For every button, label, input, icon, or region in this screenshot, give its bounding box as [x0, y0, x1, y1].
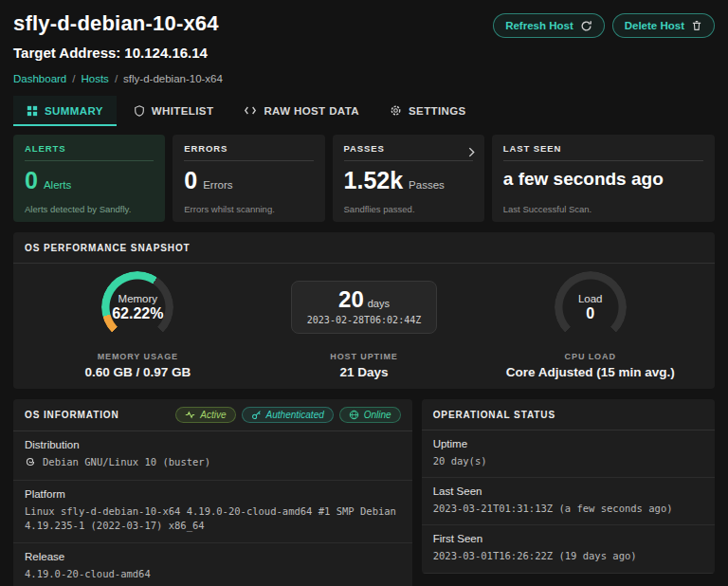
release-text: 4.19.0-20-cloud-amd64 — [25, 567, 151, 581]
tab-whitelist[interactable]: WHITELIST — [120, 96, 228, 126]
tab-summary-label: SUMMARY — [45, 105, 103, 117]
alerts-count: 0 — [25, 169, 38, 192]
memory-gauge-area: Memory 62.22% — [101, 269, 173, 345]
refresh-host-button[interactable]: Refresh Host — [493, 13, 605, 38]
uptime-label: Uptime — [433, 438, 703, 449]
last-seen-label: Last Seen — [433, 485, 703, 497]
alerts-card-caption: Alerts detected by Sandfly. — [25, 204, 154, 214]
uptime-days: 20 days — [338, 288, 390, 311]
last-seen-timestamp: 2023-03-21T01:31:13Z (a few seconds ago) — [433, 502, 703, 516]
tab-whitelist-label: WHITELIST — [152, 105, 214, 117]
distribution-text: Debian GNU/Linux 10 (buster) — [43, 455, 210, 469]
uptime-text: 20 day(s) — [433, 454, 487, 468]
operational-status-header: OPERATIONAL STATUS — [422, 399, 715, 430]
operational-status-title: OPERATIONAL STATUS — [433, 410, 555, 420]
breadcrumb-hosts-link[interactable]: Hosts — [81, 73, 108, 84]
host-uptime-detail: 21 Days — [339, 365, 388, 379]
errors-card-value: 0 Errors — [184, 169, 313, 192]
platform-field: Platform Linux sfly-d-debian-10-x64 4.19… — [13, 481, 412, 542]
breadcrumb-dashboard-link[interactable]: Dashboard — [13, 73, 66, 84]
distribution-value: Debian GNU/Linux 10 (buster) — [25, 455, 401, 471]
first-seen-text: 2023-03-01T16:26:22Z (19 days ago) — [433, 549, 637, 563]
distribution-field: Distribution Debian GNU/Linux 10 (buster… — [13, 431, 412, 481]
passes-card-value: 1.52k Passes — [344, 169, 473, 192]
host-uptime-column: 20 days 2023-02-28T06:02:44Z HOST UPTIME… — [251, 269, 478, 379]
memory-gauge-center: Memory 62.22% — [101, 271, 173, 343]
host-detail-page: sfly-d-debian-10-x64 Refresh Host Delete… — [0, 0, 728, 586]
uptime-box: 20 days 2023-02-28T06:02:44Z — [291, 281, 437, 334]
os-information-title: OS INFORMATION — [25, 410, 119, 420]
breadcrumb: Dashboard / Hosts / sfly-d-debian-10-x64 — [13, 73, 715, 84]
target-address-line: Target Address:10.124.16.14 — [13, 45, 715, 61]
uptime-value: 20 day(s) — [433, 454, 703, 468]
alerts-unit: Alerts — [44, 179, 71, 191]
host-uptime-label: HOST UPTIME — [330, 352, 397, 361]
authenticated-badge-label: Authenticated — [266, 410, 324, 420]
shield-icon — [134, 105, 145, 117]
load-gauge: Load 0 — [555, 271, 627, 343]
uptime-days-unit: days — [368, 298, 390, 309]
breadcrumb-separator: / — [72, 73, 75, 84]
memory-usage-detail: 0.60 GB / 0.97 GB — [84, 365, 191, 379]
platform-value: Linux sfly-d-debian-10-x64 4.19.0-20-clo… — [25, 504, 401, 533]
release-label: Release — [25, 551, 401, 562]
uptime-days-value: 20 — [338, 288, 364, 311]
chevron-right-icon[interactable] — [468, 144, 475, 161]
memory-gauge: Memory 62.22% — [101, 271, 173, 343]
errors-card: ERRORS 0 Errors Errors whilst scanning. — [173, 135, 324, 222]
active-badge: Active — [175, 407, 235, 423]
code-icon — [244, 105, 257, 116]
load-gauge-area: Load 0 — [555, 269, 627, 345]
cpu-load-detail: Core Adjusted (15 min avg.) — [506, 365, 675, 379]
passes-card-title: PASSES — [344, 143, 473, 154]
errors-unit: Errors — [203, 179, 232, 191]
globe-icon — [349, 410, 359, 420]
platform-label: Platform — [25, 488, 401, 500]
alerts-card-value: 0 Alerts — [25, 169, 154, 192]
tab-raw-host-data-label: RAW HOST DATA — [264, 105, 359, 117]
last-seen-value: a few seconds ago — [503, 169, 703, 190]
passes-card[interactable]: PASSES 1.52k Passes Sandflies passed. — [333, 135, 484, 222]
bottom-panels: OS INFORMATION Active Authenticated — [13, 399, 715, 586]
first-seen-timestamp: 2023-03-01T16:26:22Z (19 days ago) — [433, 549, 703, 563]
refresh-host-button-label: Refresh Host — [505, 20, 573, 31]
tab-summary[interactable]: SUMMARY — [13, 96, 117, 126]
header-actions: Refresh Host Delete Host — [493, 13, 715, 38]
host-tabs: SUMMARY WHITELIST RAW HOST DATA SETTINGS — [13, 96, 715, 126]
release-field: Release 4.19.0-20-cloud-amd64 — [13, 543, 412, 586]
authenticated-badge: Authenticated — [242, 407, 334, 423]
grid-icon — [27, 105, 38, 117]
load-gauge-center: Load 0 — [555, 271, 627, 343]
errors-card-caption: Errors whilst scanning. — [184, 204, 313, 214]
passes-unit: Passes — [409, 179, 445, 191]
stat-cards-row: ALERTS 0 Alerts Alerts detected by Sandf… — [13, 135, 715, 222]
first-seen-label: First Seen — [433, 533, 703, 544]
uptime-box-area: 20 days 2023-02-28T06:02:44Z — [291, 269, 437, 345]
divider — [344, 160, 473, 161]
refresh-icon — [580, 20, 592, 32]
delete-host-button-label: Delete Host — [625, 20, 684, 31]
release-value: 4.19.0-20-cloud-amd64 — [25, 567, 401, 581]
page-header: sfly-d-debian-10-x64 Refresh Host Delete… — [13, 11, 715, 61]
uptime-timestamp: 2023-02-28T06:02:44Z — [307, 315, 421, 325]
last-seen-field: Last Seen 2023-03-21T01:31:13Z (a few se… — [422, 478, 715, 525]
memory-usage-column: Memory 62.22% MEMORY USAGE 0.60 GB / 0.9… — [25, 269, 251, 379]
cpu-load-label: CPU LOAD — [565, 352, 616, 361]
errors-card-title: ERRORS — [184, 143, 313, 154]
passes-count: 1.52k — [344, 169, 404, 192]
delete-host-button[interactable]: Delete Host — [612, 13, 715, 38]
tab-settings[interactable]: SETTINGS — [376, 96, 480, 126]
target-address-value: 10.124.16.14 — [124, 45, 208, 61]
breadcrumb-current: sfly-d-debian-10-x64 — [123, 73, 223, 84]
key-icon — [251, 410, 262, 420]
load-gauge-value: 0 — [586, 305, 594, 322]
gear-icon — [390, 104, 402, 117]
last-seen-card-caption: Last Successful Scan. — [503, 204, 703, 214]
distribution-label: Distribution — [25, 439, 401, 450]
tab-raw-host-data[interactable]: RAW HOST DATA — [230, 96, 373, 126]
memory-gauge-title: Memory — [118, 293, 158, 304]
tab-settings-label: SETTINGS — [409, 105, 466, 117]
last-seen-text: 2023-03-21T01:31:13Z (a few seconds ago) — [433, 502, 673, 516]
target-address-label: Target Address: — [13, 45, 120, 61]
last-seen-card-title: LAST SEEN — [503, 143, 703, 154]
